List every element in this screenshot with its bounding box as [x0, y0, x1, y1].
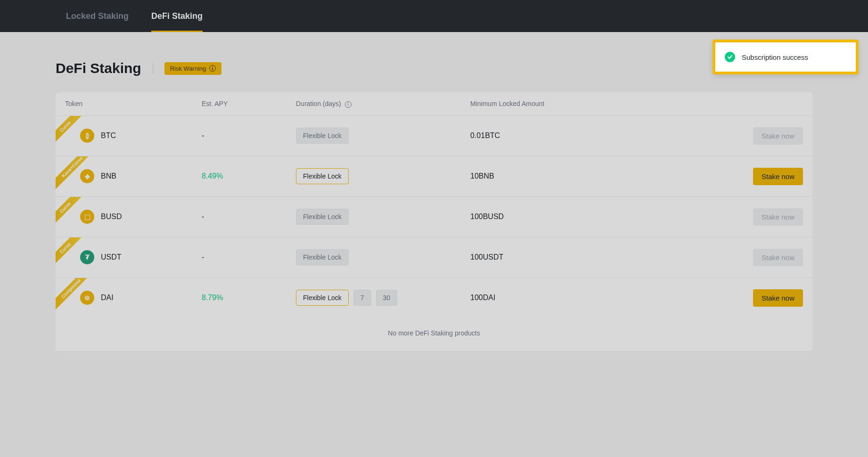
check-circle-icon — [725, 52, 735, 62]
action-cell: Stake now — [616, 208, 803, 226]
coin-icon: ⬚ — [80, 210, 94, 224]
no-more-message: No more DeFi Staking products — [56, 318, 812, 351]
min-amount: 100USDT — [470, 253, 616, 261]
coin-icon: ₮ — [80, 250, 94, 264]
table-row: Kava+Curve◈BNB8.49%Flexible Lock10BNBSta… — [56, 156, 812, 196]
risk-warning-badge[interactable]: Risk Warning i — [164, 62, 221, 75]
duration-option[interactable]: 30 — [376, 290, 398, 306]
staking-table: Token Est. APY Duration (days) i Minimum… — [56, 92, 812, 351]
top-nav: Locked StakingDeFi Staking — [0, 0, 868, 32]
page-content: DeFi Staking Risk Warning i Token Est. A… — [0, 32, 868, 370]
token-cell: ◈BNB — [65, 169, 202, 183]
stake-now-button: Stake now — [753, 127, 803, 145]
token-symbol: BNB — [101, 172, 116, 180]
token-cell: ₿BTC — [65, 129, 202, 143]
table-row: Curve₮USDT-Flexible Lock100USDTStake now — [56, 237, 812, 277]
min-amount: 100DAI — [470, 294, 616, 302]
duration-option[interactable]: Flexible Lock — [296, 209, 349, 225]
stake-now-button[interactable]: Stake now — [753, 289, 803, 307]
coin-icon: ⊜ — [80, 291, 94, 305]
col-min: Minimum Locked Amount — [470, 100, 616, 108]
col-apy: Est. APY — [202, 100, 296, 108]
token-symbol: BUSD — [101, 212, 122, 221]
min-amount: 10BNB — [470, 172, 616, 180]
token-symbol: DAI — [101, 294, 114, 302]
token-cell: ⬚BUSD — [65, 210, 202, 224]
info-icon[interactable]: i — [345, 101, 352, 108]
stake-now-button: Stake now — [753, 208, 803, 226]
min-amount: 0.01BTC — [470, 131, 616, 140]
apy-value: 8.79% — [202, 294, 296, 302]
action-cell: Stake now — [616, 289, 803, 307]
title-row: DeFi Staking Risk Warning i — [56, 60, 812, 76]
duration-cell: Flexible Lock — [296, 168, 470, 184]
token-cell: ₮USDT — [65, 250, 202, 264]
table-row: Curve₿BTC-Flexible Lock0.01BTCStake now — [56, 115, 812, 156]
duration-cell: Flexible Lock730 — [296, 290, 470, 306]
duration-option[interactable]: Flexible Lock — [296, 290, 349, 306]
duration-option[interactable]: Flexible Lock — [296, 249, 349, 265]
table-row: Compound⊜DAI8.79%Flexible Lock730100DAIS… — [56, 277, 812, 318]
duration-cell: Flexible Lock — [296, 249, 470, 265]
apy-value: - — [202, 212, 296, 221]
duration-cell: Flexible Lock — [296, 128, 470, 144]
apy-value: 8.49% — [202, 172, 296, 180]
token-cell: ⊜DAI — [65, 291, 202, 305]
divider — [153, 63, 153, 73]
tab-locked-staking[interactable]: Locked Staking — [66, 0, 129, 32]
toast-message: Subscription success — [742, 53, 808, 61]
apy-value: - — [202, 253, 296, 261]
duration-option[interactable]: Flexible Lock — [296, 128, 349, 144]
min-amount: 100BUSD — [470, 212, 616, 221]
col-duration: Duration (days) i — [296, 100, 470, 108]
duration-option[interactable]: 7 — [353, 290, 371, 306]
action-cell: Stake now — [616, 168, 803, 185]
toast-subscription-success: Subscription success — [712, 40, 859, 74]
duration-cell: Flexible Lock — [296, 209, 470, 225]
coin-icon: ◈ — [80, 169, 94, 183]
action-cell: Stake now — [616, 127, 803, 145]
col-token: Token — [65, 100, 202, 108]
action-cell: Stake now — [616, 249, 803, 266]
table-header: Token Est. APY Duration (days) i Minimum… — [56, 92, 812, 115]
token-symbol: USDT — [101, 253, 122, 261]
coin-icon: ₿ — [80, 129, 94, 143]
risk-warning-label: Risk Warning — [170, 65, 206, 72]
table-row: Curve⬚BUSD-Flexible Lock100BUSDStake now — [56, 196, 812, 237]
info-icon: i — [209, 65, 216, 72]
page-title: DeFi Staking — [56, 60, 141, 76]
tab-defi-staking[interactable]: DeFi Staking — [151, 0, 203, 32]
duration-option[interactable]: Flexible Lock — [296, 168, 349, 184]
token-symbol: BTC — [101, 131, 116, 140]
apy-value: - — [202, 131, 296, 140]
stake-now-button[interactable]: Stake now — [753, 168, 803, 185]
stake-now-button: Stake now — [753, 249, 803, 266]
